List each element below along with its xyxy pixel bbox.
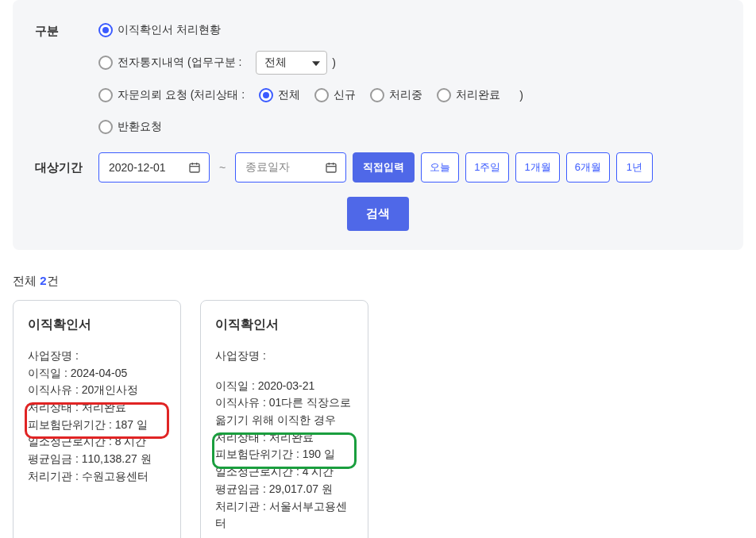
preset-1year[interactable]: 1년 bbox=[616, 152, 653, 183]
radio-text: 이직확인서 처리현황 bbox=[118, 23, 221, 37]
status-new[interactable]: 신규 bbox=[314, 88, 356, 102]
preset-1week[interactable]: 1주일 bbox=[465, 152, 509, 183]
gubun-label: 구분 bbox=[35, 19, 98, 39]
org-line: 처리기관 : 수원고용센터 bbox=[28, 468, 166, 486]
filter-panel: 구분 이직확인서 처리현황 전자통지내역 (업무구분 : 전체 ) bbox=[13, 0, 743, 250]
result-header: 전체 2건 bbox=[13, 274, 743, 289]
preset-1month[interactable]: 1개월 bbox=[515, 152, 559, 183]
gubun-content: 이직확인서 처리현황 전자통지내역 (업무구분 : 전체 ) 자문의뢰 요청 (… bbox=[98, 19, 721, 138]
preset-today[interactable]: 오늘 bbox=[421, 152, 459, 183]
search-button[interactable]: 검색 bbox=[347, 197, 409, 231]
radio-text: 전자통지내역 (업무구분 : bbox=[118, 56, 241, 70]
radio-text: 처리완료 bbox=[456, 88, 500, 102]
radio-text: 자문의뢰 요청 (처리상태 : bbox=[118, 88, 245, 102]
radio-line-3: 자문의뢰 요청 (처리상태 : 전체 신규 처리중 bbox=[98, 84, 721, 106]
radio-processing-status[interactable]: 이직확인서 처리현황 bbox=[98, 23, 221, 37]
radio-icon bbox=[98, 88, 113, 102]
status-line: 처리상태 : 처리완료 bbox=[215, 429, 353, 447]
radio-icon bbox=[314, 88, 329, 102]
svg-rect-0 bbox=[190, 163, 199, 172]
status-sub-radios: 전체 신규 처리중 처리완료 ) bbox=[259, 88, 523, 102]
result-prefix: 전체 bbox=[13, 274, 40, 287]
closing-paren: ) bbox=[332, 56, 336, 69]
card-title: 이직확인서 bbox=[215, 317, 353, 333]
insured-line: 피보험단위기간 : 187 일 bbox=[28, 417, 166, 434]
radio-line-1: 이직확인서 처리현황 bbox=[98, 19, 721, 41]
radio-text: 반환요청 bbox=[118, 120, 162, 134]
select-value: 전체 bbox=[264, 56, 287, 70]
svg-rect-4 bbox=[326, 163, 336, 172]
radio-return-request[interactable]: 반환요청 bbox=[98, 120, 162, 134]
status-all[interactable]: 전체 bbox=[259, 88, 300, 102]
search-row: 검색 bbox=[35, 197, 721, 231]
radio-icon bbox=[370, 88, 384, 102]
result-card[interactable]: 이직확인서 사업장명 : 이직일 : 2020-03-21 이직사유 : 01다… bbox=[200, 300, 368, 538]
radio-text: 신규 bbox=[334, 88, 356, 102]
start-date-value: 2020-12-01 bbox=[109, 161, 166, 174]
status-processing[interactable]: 처리중 bbox=[370, 88, 422, 102]
status-line: 처리상태 : 처리완료 bbox=[28, 399, 166, 417]
radio-text: 전체 bbox=[278, 88, 300, 102]
biz-name-line: 사업장명 : bbox=[28, 348, 166, 365]
end-date-placeholder: 종료일자 bbox=[245, 160, 290, 175]
hours-line: 일소정근로시간 : 4 시간 bbox=[215, 463, 353, 481]
status-done[interactable]: 처리완료 bbox=[437, 88, 500, 102]
radio-electronic-notice[interactable]: 전자통지내역 (업무구분 : bbox=[98, 56, 241, 70]
radio-text: 처리중 bbox=[389, 88, 422, 102]
radio-consult-request[interactable]: 자문의뢰 요청 (처리상태 : bbox=[98, 88, 245, 102]
radio-icon bbox=[437, 88, 451, 102]
start-date-input[interactable]: 2020-12-01 bbox=[98, 152, 210, 183]
leave-date-line: 이직일 : 2024-04-05 bbox=[28, 365, 166, 382]
gubun-row: 구분 이직확인서 처리현황 전자통지내역 (업무구분 : 전체 ) bbox=[35, 19, 721, 138]
reason-line: 이직사유 : 01다른 직장으로 옮기기 위해 이직한 경우 bbox=[215, 394, 353, 428]
period-label: 대상기간 bbox=[35, 160, 98, 175]
avg-line: 평균임금 : 29,017.07 원 bbox=[215, 481, 353, 498]
date-controls: 2020-12-01 ~ 종료일자 직접입력 오늘 1주일 1개월 6개월 1년 bbox=[98, 152, 653, 183]
org-line: 처리기관 : 서울서부고용센터 bbox=[215, 498, 353, 532]
result-card[interactable]: 이직확인서 사업장명 : 이직일 : 2024-04-05 이직사유 : 20개… bbox=[13, 300, 181, 538]
closing-paren: ) bbox=[519, 89, 523, 102]
preset-6month[interactable]: 6개월 bbox=[566, 152, 610, 183]
reason-line: 이직사유 : 20개인사정 bbox=[28, 382, 166, 399]
result-count: 2 bbox=[40, 274, 46, 287]
radio-line-4: 반환요청 bbox=[98, 116, 721, 138]
leave-date-line: 이직일 : 2020-03-21 bbox=[215, 378, 353, 395]
direct-input-button[interactable]: 직접입력 bbox=[353, 152, 415, 183]
cards-container: 이직확인서 사업장명 : 이직일 : 2024-04-05 이직사유 : 20개… bbox=[13, 300, 743, 538]
result-suffix: 건 bbox=[47, 274, 59, 287]
calendar-icon bbox=[325, 161, 338, 174]
radio-icon bbox=[259, 88, 273, 102]
radio-icon bbox=[98, 23, 113, 37]
biz-name-line: 사업장명 : bbox=[215, 348, 353, 365]
tilde: ~ bbox=[219, 161, 226, 174]
card-title: 이직확인서 bbox=[28, 317, 166, 333]
work-type-select[interactable]: 전체 bbox=[256, 51, 327, 75]
avg-line: 평균임금 : 110,138.27 원 bbox=[28, 451, 166, 468]
radio-icon bbox=[98, 120, 113, 134]
radio-icon bbox=[98, 56, 113, 70]
radio-line-2: 전자통지내역 (업무구분 : 전체 ) bbox=[98, 51, 721, 75]
hours-line: 일소정근로시간 : 8 시간 bbox=[28, 433, 166, 451]
end-date-input[interactable]: 종료일자 bbox=[235, 152, 346, 183]
period-row: 대상기간 2020-12-01 ~ 종료일자 직접입력 오늘 1주일 1개월 6… bbox=[35, 152, 721, 183]
insured-line: 피보험단위기간 : 190 일 bbox=[215, 446, 353, 463]
calendar-icon bbox=[188, 161, 201, 174]
